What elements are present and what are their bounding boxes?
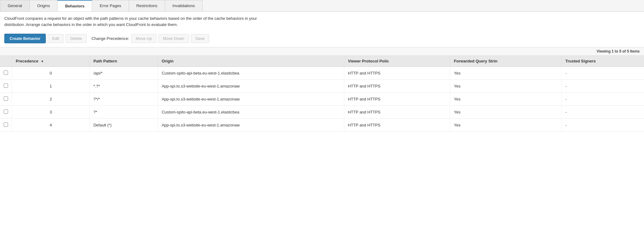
toolbar: Create Behavior Edit Delete Change Prece… [0, 31, 644, 46]
row-checkbox-4[interactable] [4, 122, 8, 127]
row-path-pattern-3: ?* [89, 106, 158, 119]
row-checkbox-3[interactable] [4, 109, 8, 114]
table-container: Viewing 1 to 5 of 5 Items Precedence ▼ P… [0, 47, 644, 132]
row-precedence-4: 4 [12, 119, 90, 132]
save-button[interactable]: Save [191, 34, 209, 43]
table-row: 4Default (*)App-spi.to.s3-website-eu-wes… [0, 119, 644, 132]
table-row: 0/api/*Custom-spito-api-beta.eu-west-1.e… [0, 67, 644, 80]
row-forwarded-query-2: Yes [450, 93, 561, 106]
row-precedence-2: 2 [12, 93, 90, 106]
row-path-pattern-2: ?*/* [89, 93, 158, 106]
col-label-precedence: Precedence [16, 59, 38, 63]
tab-invalidations[interactable]: Invalidations [165, 0, 203, 11]
col-label-origin: Origin [162, 59, 174, 63]
row-forwarded-query-1: Yes [450, 80, 561, 93]
row-trusted-signers-1: - [561, 80, 644, 93]
col-header-viewer-protocol: Viewer Protocol Polic [344, 56, 450, 67]
delete-button[interactable]: Delete [66, 34, 87, 43]
row-trusted-signers-0: - [561, 67, 644, 80]
col-header-path-pattern: Path Pattern [89, 56, 158, 67]
col-header-checkbox [0, 56, 12, 67]
table-row: 1*.?*App-spi.to.s3-website-eu-west-1.ama… [0, 80, 644, 93]
tab-general[interactable]: General [0, 0, 30, 11]
row-origin-2: App-spi.to.s3-website-eu-west-1.amazonaw [158, 93, 344, 106]
row-origin-0: Custom-spito-api-beta.eu-west-1.elasticb… [158, 67, 344, 80]
move-up-button[interactable]: Move Up [131, 34, 157, 43]
row-precedence-3: 3 [12, 106, 90, 119]
col-label-path-pattern: Path Pattern [93, 59, 117, 63]
row-forwarded-query-4: Yes [450, 119, 561, 132]
tab-restrictions[interactable]: Restrictions [129, 0, 165, 11]
row-checkbox-0[interactable] [4, 70, 8, 75]
row-viewer-protocol-2: HTTP and HTTPS [344, 93, 450, 106]
row-viewer-protocol-1: HTTP and HTTPS [344, 80, 450, 93]
tab-error-pages[interactable]: Error Pages [92, 0, 129, 11]
tab-behaviors[interactable]: Behaviors [57, 0, 92, 11]
description-text: CloudFront compares a request for an obj… [0, 12, 278, 31]
col-label-forwarded-query: Forwarded Query Strin [454, 59, 497, 63]
col-header-trusted-signers: Trusted Signers [561, 56, 644, 67]
col-label-trusted-signers: Trusted Signers [565, 59, 596, 63]
row-viewer-protocol-3: HTTP and HTTPS [344, 106, 450, 119]
tab-bar: GeneralOriginsBehaviorsError PagesRestri… [0, 0, 644, 12]
row-precedence-1: 1 [12, 80, 90, 93]
table-header: Precedence ▼ Path Pattern Origin Viewer … [0, 56, 644, 67]
create-behavior-button[interactable]: Create Behavior [4, 34, 46, 43]
sort-arrow-precedence: ▼ [41, 60, 44, 63]
tab-origins[interactable]: Origins [29, 0, 58, 11]
row-origin-1: App-spi.to.s3-website-eu-west-1.amazonaw [158, 80, 344, 93]
row-path-pattern-0: /api/* [89, 67, 158, 80]
row-forwarded-query-0: Yes [450, 67, 561, 80]
row-precedence-0: 0 [12, 67, 90, 80]
row-checkbox-cell-3 [0, 106, 12, 119]
table-body: 0/api/*Custom-spito-api-beta.eu-west-1.e… [0, 67, 644, 132]
col-label-viewer-protocol: Viewer Protocol Polic [348, 59, 389, 63]
row-viewer-protocol-4: HTTP and HTTPS [344, 119, 450, 132]
row-checkbox-1[interactable] [4, 83, 8, 88]
table-row: 3?*Custom-spito-api-beta.eu-west-1.elast… [0, 106, 644, 119]
row-checkbox-cell-0 [0, 67, 12, 80]
row-checkbox-cell-1 [0, 80, 12, 93]
row-path-pattern-4: Default (*) [89, 119, 158, 132]
row-viewer-protocol-0: HTTP and HTTPS [344, 67, 450, 80]
row-checkbox-2[interactable] [4, 96, 8, 101]
row-checkbox-cell-4 [0, 119, 12, 132]
viewing-info: Viewing 1 to 5 of 5 Items [0, 47, 644, 56]
col-header-forwarded-query: Forwarded Query Strin [450, 56, 561, 67]
col-header-precedence[interactable]: Precedence ▼ [12, 56, 90, 67]
row-forwarded-query-3: Yes [450, 106, 561, 119]
col-header-origin: Origin [158, 56, 344, 67]
row-checkbox-cell-2 [0, 93, 12, 106]
row-trusted-signers-4: - [561, 119, 644, 132]
edit-button[interactable]: Edit [48, 34, 64, 43]
row-trusted-signers-3: - [561, 106, 644, 119]
row-origin-3: Custom-spito-api-beta.eu-west-1.elasticb… [158, 106, 344, 119]
table-row: 2?*/*App-spi.to.s3-website-eu-west-1.ama… [0, 93, 644, 106]
move-down-button[interactable]: Move Down [158, 34, 189, 43]
row-origin-4: App-spi.to.s3-website-eu-west-1.amazonaw [158, 119, 344, 132]
change-precedence-label: Change Precedence: [92, 36, 129, 41]
row-path-pattern-1: *.?* [89, 80, 158, 93]
row-trusted-signers-2: - [561, 93, 644, 106]
behaviors-table: Precedence ▼ Path Pattern Origin Viewer … [0, 56, 644, 132]
